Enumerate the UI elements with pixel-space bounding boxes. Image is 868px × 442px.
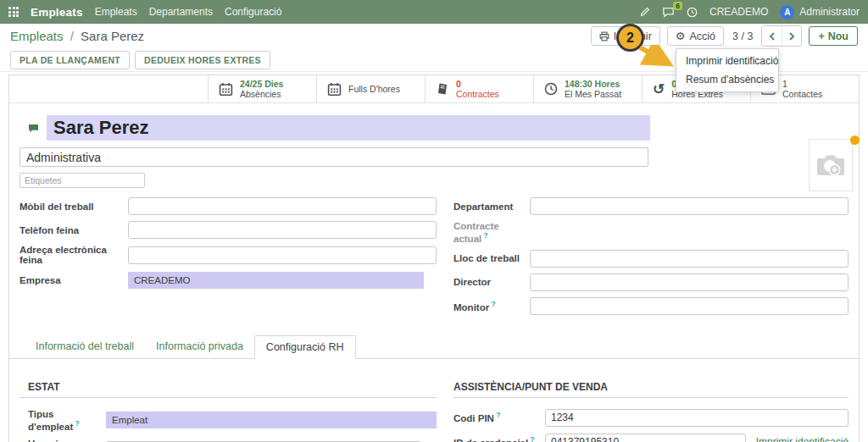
employee-type-label: Tipus d'empleat? — [28, 409, 106, 432]
stat-contracts-value: 0 — [456, 79, 499, 89]
field-pin-code: Codi PIN? — [453, 409, 849, 427]
fields-column-left: Mòbil del treball Telèfon feina Adreça e… — [19, 197, 437, 321]
manager-label: Director — [453, 277, 530, 287]
department-input[interactable] — [530, 197, 849, 215]
tab-work-information[interactable]: Informació del treball — [25, 335, 145, 358]
new-record-button[interactable]: + Nou — [809, 26, 858, 46]
help-icon: ? — [491, 300, 496, 308]
control-panel: Empleats / Sara Perez Imprimir ⚙ Acció 3… — [0, 24, 868, 48]
field-work-phone: Telèfon feina — [19, 221, 437, 239]
apps-menu-icon[interactable] — [8, 7, 19, 17]
work-email-input[interactable] — [128, 246, 437, 264]
gear-icon: ⚙ — [676, 30, 686, 41]
presence-dot — [850, 135, 860, 145]
work-mobile-label: Mòbil del treball — [19, 202, 128, 212]
pencil-icon[interactable] — [640, 7, 650, 17]
new-record-label: Nou — [828, 30, 849, 42]
employee-photo-placeholder[interactable] — [809, 139, 853, 191]
menu-configuracio[interactable]: Configuració — [225, 6, 281, 18]
book-icon — [436, 82, 449, 96]
pin-code-label: Codi PIN? — [453, 411, 545, 424]
employee-type-value[interactable]: Empleat — [106, 412, 437, 428]
stat-timesheets-label: Fulls D'hores — [348, 84, 400, 94]
stat-timesheets[interactable]: Fulls D'hores — [316, 75, 425, 102]
history-icon: ↺ — [653, 82, 665, 97]
camera-plus-icon — [815, 152, 846, 179]
stat-contracts[interactable]: 0 Contractes — [425, 75, 533, 102]
field-work-mobile: Mòbil del treball — [19, 197, 437, 215]
pager-previous-button[interactable] — [762, 26, 782, 46]
openerp-user-label: Usuari OpenERP? — [28, 439, 106, 442]
menu-departaments[interactable]: Departaments — [149, 6, 213, 18]
pager-counter: 3 / 3 — [732, 30, 753, 42]
fields-grid: Mòbil del treball Telèfon feina Adreça e… — [19, 197, 849, 321]
pin-code-input[interactable] — [545, 409, 849, 427]
print-badge-link[interactable]: Imprimir identificació — [756, 436, 849, 442]
job-title-input[interactable] — [19, 147, 648, 167]
stat-hours-last-month-label: El Mes Passat — [565, 89, 621, 99]
avatar: A — [780, 5, 794, 19]
work-mobile-input[interactable] — [128, 197, 437, 215]
help-icon: ? — [75, 419, 80, 428]
company-switcher[interactable]: CREADEMO — [709, 6, 768, 18]
estat-title: ESTAT — [19, 381, 437, 398]
print-dropdown-menu: Imprimir identificació Resum d'absències — [676, 48, 779, 92]
field-current-contract: Contracte actual? — [453, 221, 849, 244]
comment-bubble-icon — [28, 124, 39, 133]
navbar-left: Empleats Empleats Departaments Configura… — [8, 6, 281, 19]
messages-badge: 6 — [673, 2, 682, 10]
field-work-email: Adreça electrònica feina — [19, 245, 437, 265]
attendance-title: ASSISTÈNCIA/PUNT DE VENDA — [453, 381, 849, 398]
work-phone-input[interactable] — [128, 221, 437, 239]
current-contract-label: Contracte actual? — [453, 221, 530, 244]
calendar-icon — [327, 82, 342, 97]
stat-hours-last-month[interactable]: 148:30 Hores El Mes Passat — [533, 75, 642, 102]
employee-name-field[interactable]: Sara Perez — [47, 115, 650, 141]
work-location-label: Lloc de treball — [453, 253, 530, 263]
deduct-extra-hours-button[interactable]: DEDUEIX HORES EXTRES — [135, 51, 270, 69]
messages-icon[interactable]: 6 — [662, 7, 675, 18]
employee-name-row: Sara Perez — [28, 115, 849, 141]
work-phone-label: Telèfon feina — [19, 225, 128, 235]
clock-icon — [544, 82, 558, 96]
field-work-location: Lloc de treball — [453, 250, 849, 268]
pager-next-button[interactable] — [782, 26, 801, 46]
work-location-input[interactable] — [530, 250, 849, 268]
section-attendance-pos: ASSISTÈNCIA/PUNT DE VENDA Codi PIN? ID d… — [453, 381, 849, 442]
stat-contracts-label: Contractes — [456, 89, 499, 99]
field-openerp-user: Usuari OpenERP? — [19, 439, 437, 442]
tab-hr-settings[interactable]: Configuració RH — [254, 335, 356, 359]
menu-item-absence-summary[interactable]: Resum d'absències — [676, 70, 778, 89]
coach-label: Monitor? — [453, 300, 530, 312]
stat-absences[interactable]: 24/25 Dies Absències — [208, 75, 316, 102]
breadcrumb-parent[interactable]: Empleats — [10, 29, 64, 43]
screen: Empleats Empleats Departaments Configura… — [0, 0, 868, 442]
printer-icon — [599, 31, 609, 41]
navbar: Empleats Empleats Departaments Configura… — [0, 0, 868, 24]
stat-contacts-value: 1 — [782, 79, 822, 89]
action-button[interactable]: ⚙ Acció — [667, 26, 724, 46]
help-icon: ? — [483, 231, 488, 240]
stat-contacts-label: Contactes — [782, 89, 822, 99]
launch-plan-button[interactable]: PLA DE LLANÇAMENT — [10, 51, 130, 69]
badge-id-input[interactable] — [545, 434, 746, 442]
breadcrumb: Empleats / Sara Perez — [10, 29, 144, 43]
tab-private-information[interactable]: Informació privada — [145, 335, 254, 358]
section-estat: ESTAT Tipus d'empleat? Empleat Usuari Op… — [19, 381, 437, 442]
action-button-label: Acció — [689, 30, 715, 42]
field-manager: Director — [453, 273, 849, 291]
menu-item-print-badge[interactable]: Imprimir identificació — [676, 52, 778, 70]
app-name[interactable]: Empleats — [31, 6, 83, 19]
user-name: Administrator — [799, 6, 860, 18]
manager-input[interactable] — [530, 273, 849, 291]
annotation-step-badge: 2 — [616, 24, 644, 52]
field-employee-type: Tipus d'empleat? Empleat — [19, 409, 437, 432]
user-menu[interactable]: A Administrator — [780, 5, 860, 19]
coach-input[interactable] — [530, 297, 849, 315]
company-value[interactable]: CREADEMO — [128, 272, 424, 289]
field-department: Departament — [453, 197, 849, 215]
activities-clock-icon[interactable] — [687, 7, 698, 18]
menu-empleats[interactable]: Empleats — [95, 6, 137, 18]
chevron-right-icon — [788, 32, 795, 41]
tags-input[interactable] — [19, 173, 145, 188]
